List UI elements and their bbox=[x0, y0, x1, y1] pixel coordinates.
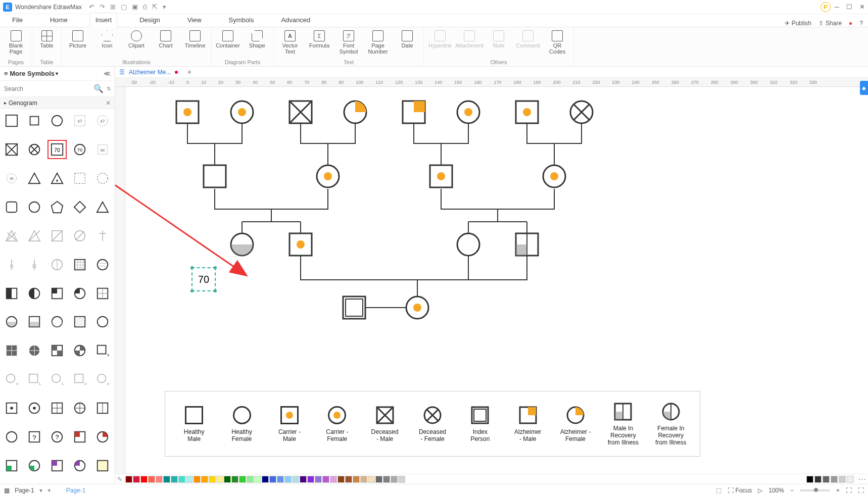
sym-sq70[interactable]: 70 bbox=[47, 140, 67, 159]
sym-ci-4[interactable] bbox=[70, 399, 89, 418]
sym-ci-q2[interactable] bbox=[70, 341, 89, 360]
save-icon[interactable]: ▣ bbox=[132, 3, 138, 11]
color-swatch[interactable] bbox=[398, 476, 405, 483]
sym-sq-x[interactable] bbox=[2, 140, 21, 159]
date-button[interactable]: Date bbox=[394, 29, 420, 48]
color-swatch[interactable] bbox=[353, 476, 360, 483]
comment-button[interactable]: Comment bbox=[515, 29, 541, 48]
more-symbols-header[interactable]: More Symbols bbox=[10, 70, 55, 77]
sym-ci88[interactable]: 88 bbox=[2, 169, 21, 188]
sym-ci47[interactable]: 47 bbox=[93, 111, 112, 130]
sym-triangle[interactable] bbox=[93, 197, 112, 217]
sym-ci-empty[interactable] bbox=[2, 427, 21, 447]
color-swatch[interactable] bbox=[178, 476, 185, 483]
color-swatch[interactable] bbox=[322, 476, 329, 483]
sym-tri2[interactable] bbox=[47, 169, 67, 188]
eyedropper-icon[interactable]: ✎ bbox=[117, 476, 122, 483]
qat-more-icon[interactable]: ▾ bbox=[163, 3, 166, 11]
new-icon[interactable]: ⊞ bbox=[110, 3, 116, 11]
sym-sq-hatch2[interactable] bbox=[70, 312, 89, 331]
publish-button[interactable]: ✈ Publish bbox=[785, 20, 811, 27]
sym-cross[interactable] bbox=[93, 226, 112, 245]
user-badge[interactable]: P bbox=[821, 2, 831, 12]
blank-page-button[interactable]: Blank Page bbox=[3, 29, 29, 55]
maximize-icon[interactable]: ☐ bbox=[846, 3, 852, 11]
sym-sq-round[interactable] bbox=[2, 197, 21, 217]
sym-r6a[interactable] bbox=[2, 255, 21, 274]
sym-r6c[interactable] bbox=[47, 255, 67, 274]
sym-sq-pur[interactable] bbox=[47, 456, 67, 475]
color-swatch[interactable] bbox=[292, 476, 299, 483]
color-swatch[interactable] bbox=[209, 476, 216, 483]
sym-q-sq[interactable] bbox=[47, 284, 67, 303]
tab-advanced[interactable]: Advanced bbox=[276, 13, 315, 27]
tab-file[interactable]: File bbox=[7, 13, 28, 27]
sym-tri-x[interactable] bbox=[2, 226, 21, 245]
notification-icon[interactable]: ● bbox=[849, 20, 852, 27]
sym-split-sq[interactable] bbox=[93, 284, 112, 303]
sym-pentagon[interactable] bbox=[47, 197, 67, 217]
sym-half-ci-l[interactable] bbox=[25, 284, 44, 303]
sym-ci-b[interactable] bbox=[25, 197, 44, 217]
fullscreen-icon[interactable]: ⛶ bbox=[858, 487, 864, 494]
color-swatch[interactable] bbox=[239, 476, 246, 483]
container-button[interactable]: Container bbox=[215, 29, 241, 48]
formula-button[interactable]: ΣFormula bbox=[306, 29, 332, 48]
attachment-button[interactable]: Attachment bbox=[456, 29, 483, 48]
minimize-icon[interactable]: ─ bbox=[835, 3, 839, 11]
play-icon[interactable]: ▷ bbox=[758, 487, 762, 494]
sym-sq-split[interactable] bbox=[93, 399, 112, 418]
page-tab[interactable]: Page-1 bbox=[66, 487, 86, 494]
sym-ci-dash[interactable] bbox=[93, 169, 112, 188]
color-swatch[interactable] bbox=[269, 476, 276, 483]
color-swatch[interactable] bbox=[125, 476, 132, 483]
sym-ci-half2[interactable] bbox=[47, 312, 67, 331]
right-panel-toggle[interactable]: ◆ bbox=[860, 81, 868, 95]
color-swatch[interactable] bbox=[300, 476, 307, 483]
search-icon[interactable]: 🔍 bbox=[93, 84, 104, 93]
sym-sq-dot[interactable] bbox=[2, 399, 21, 418]
genogram-diagram[interactable] bbox=[134, 88, 741, 391]
sym-ci-hatch2[interactable] bbox=[93, 312, 112, 331]
sym-q-ci[interactable] bbox=[70, 284, 89, 303]
color-swatch[interactable] bbox=[360, 476, 367, 483]
color-swatch[interactable] bbox=[284, 476, 292, 483]
sym-hatch-sq[interactable] bbox=[70, 255, 89, 274]
color-swatch[interactable] bbox=[368, 476, 375, 483]
tab-symbols[interactable]: Symbols bbox=[224, 13, 259, 27]
color-swatch[interactable] bbox=[201, 476, 208, 483]
page-indicator[interactable]: Page-1 bbox=[15, 487, 34, 494]
color-swatch[interactable] bbox=[231, 476, 238, 483]
sym-ci-q[interactable]: ? bbox=[47, 427, 67, 447]
tab-design[interactable]: Design bbox=[134, 13, 165, 27]
sym-ci-pur[interactable] bbox=[70, 456, 89, 475]
sym-square[interactable] bbox=[2, 111, 21, 130]
sym-half-ci-b[interactable] bbox=[2, 312, 21, 331]
more-colors-icon[interactable]: ⋯ bbox=[858, 474, 866, 484]
sym-ci-slash[interactable] bbox=[70, 226, 89, 245]
redo-icon[interactable]: ↷ bbox=[100, 3, 105, 11]
tab-insert[interactable]: Insert bbox=[90, 13, 118, 27]
font-symbol-button[interactable]: ℱFont Symbol bbox=[335, 29, 362, 55]
sym-sq-o[interactable]: o bbox=[70, 370, 89, 389]
color-swatch[interactable] bbox=[277, 476, 284, 483]
vector-text-button[interactable]: AVector Text bbox=[277, 29, 303, 55]
color-swatch[interactable] bbox=[383, 476, 390, 483]
sym-ci-dot[interactable] bbox=[25, 399, 44, 418]
sym-sq-slash[interactable] bbox=[47, 226, 67, 245]
sort-icon[interactable]: ⇅ bbox=[107, 86, 111, 91]
color-swatch[interactable] bbox=[262, 476, 269, 483]
close-icon[interactable]: ✕ bbox=[859, 3, 865, 11]
sym-hatch-ci[interactable] bbox=[93, 255, 112, 274]
sym-half-sq-b[interactable] bbox=[25, 312, 44, 331]
sym-ci-red[interactable] bbox=[93, 427, 112, 447]
export-icon[interactable]: ⇱ bbox=[152, 3, 158, 11]
collapse-panel-icon[interactable]: ≪ bbox=[104, 70, 111, 77]
color-swatch[interactable] bbox=[375, 476, 382, 483]
sym-half-sq-l[interactable] bbox=[2, 284, 21, 303]
search-input[interactable] bbox=[4, 85, 90, 92]
sym-sq-grn[interactable] bbox=[2, 456, 21, 475]
color-swatch[interactable] bbox=[133, 476, 140, 483]
sym-circle[interactable] bbox=[47, 111, 67, 130]
shape-button[interactable]: Shape bbox=[244, 29, 270, 48]
